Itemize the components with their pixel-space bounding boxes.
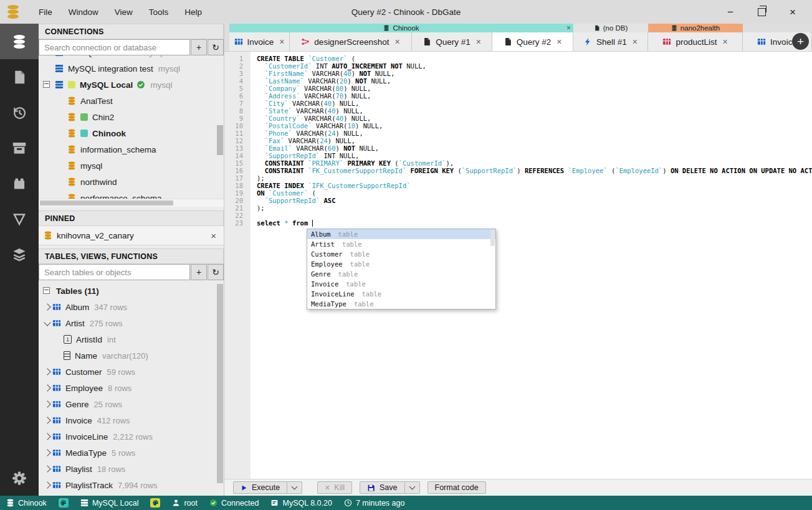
table-item-mediatype[interactable]: MediaType5 rows bbox=[39, 445, 224, 461]
connections-hscrollbar[interactable] bbox=[39, 199, 224, 207]
autocomplete-item-invoiceline[interactable]: InvoiceLinetable bbox=[307, 289, 495, 299]
menu-item-file[interactable]: File bbox=[31, 5, 60, 19]
kill-button[interactable]: ×Kill bbox=[317, 481, 352, 494]
connections-search-row: + ↻ bbox=[39, 39, 224, 55]
restore-icon[interactable] bbox=[756, 6, 767, 17]
add-connection-button[interactable]: + bbox=[191, 39, 207, 55]
connection-item-mysql-integration-test[interactable]: MySQL integration testmysql bbox=[39, 60, 224, 77]
status-color-badge[interactable] bbox=[59, 498, 69, 508]
refresh-tables-icon[interactable]: ↻ bbox=[208, 264, 224, 280]
tab-group-chinook[interactable]: Chinook× bbox=[229, 24, 573, 32]
activity-filter-button[interactable] bbox=[0, 201, 39, 237]
tables-vscrollbar[interactable] bbox=[217, 284, 223, 483]
autocomplete-item-employee[interactable]: Employeetable bbox=[307, 259, 495, 269]
close-icon[interactable]: × bbox=[787, 6, 798, 17]
tables-search-input[interactable] bbox=[39, 264, 190, 280]
database-item-performance-schema[interactable]: performance_schema bbox=[39, 190, 224, 199]
connections-search-input[interactable] bbox=[39, 39, 190, 55]
status-color-badge[interactable] bbox=[150, 498, 160, 508]
chevron-down-icon[interactable] bbox=[44, 319, 50, 326]
activity-layers-button[interactable] bbox=[0, 237, 39, 272]
connections-list: MYSQL WD TESTmysqlMySQL integration test… bbox=[39, 55, 224, 199]
activity-settings-button[interactable] bbox=[0, 460, 39, 496]
autocomplete-item-artist[interactable]: Artisttable bbox=[307, 239, 495, 249]
tab-invoice[interactable]: Invoice× bbox=[229, 32, 290, 51]
menu-item-view[interactable]: View bbox=[107, 5, 141, 19]
column-item-artistid[interactable]: 1ArtistIdint bbox=[39, 331, 224, 347]
chevron-right-icon[interactable] bbox=[44, 417, 50, 423]
tab-close-icon[interactable]: × bbox=[722, 37, 727, 47]
tab-close-icon[interactable]: × bbox=[279, 37, 284, 47]
activity-plugins-button[interactable] bbox=[0, 166, 39, 201]
table-item-genre[interactable]: Genre25 rows bbox=[39, 396, 224, 412]
menu-item-help[interactable]: Help bbox=[176, 5, 210, 19]
tab-close-icon[interactable]: × bbox=[394, 37, 399, 47]
autocomplete-scrollbar[interactable] bbox=[490, 230, 495, 246]
table-item-playlisttrack[interactable]: PlaylistTrack7,994 rows bbox=[39, 477, 224, 493]
database-item-mysql[interactable]: mysql bbox=[39, 158, 224, 174]
new-tab-button[interactable]: + bbox=[792, 33, 809, 50]
autocomplete-item-album[interactable]: Albumtable bbox=[307, 229, 495, 239]
activity-file-button[interactable] bbox=[0, 59, 39, 95]
autocomplete-item-invoice[interactable]: Invoicetable bbox=[307, 279, 495, 289]
database-item-analtest[interactable]: AnalTest bbox=[39, 93, 224, 109]
column-item-name[interactable]: Namevarchar(120) bbox=[39, 347, 224, 364]
connection-item-mysql-wd-test[interactable]: MYSQL WD TESTmysql bbox=[39, 55, 224, 60]
autocomplete-item-mediatype[interactable]: MediaTypetable bbox=[307, 299, 495, 309]
chevron-right-icon[interactable] bbox=[44, 384, 50, 391]
table-item-invoice[interactable]: Invoice412 rows bbox=[39, 412, 224, 428]
sql-editor[interactable]: 1CREATE TABLE `Customer` (2 `CustomerId`… bbox=[224, 52, 812, 479]
tab-query-2[interactable]: Query #2× bbox=[492, 32, 573, 51]
database-item-chin2[interactable]: Chin2 bbox=[39, 109, 224, 125]
activity-history-button[interactable] bbox=[0, 95, 39, 130]
tab-close-icon[interactable]: × bbox=[476, 37, 481, 47]
chevron-right-icon[interactable] bbox=[44, 368, 50, 375]
table-item-album[interactable]: Album347 rows bbox=[39, 299, 224, 315]
tab-group-close-icon[interactable]: × bbox=[566, 24, 571, 32]
table-item-artist[interactable]: Artist275 rows bbox=[39, 315, 224, 331]
tab-shell-1[interactable]: Shell #1× bbox=[573, 32, 648, 51]
collapse-toggle-icon[interactable] bbox=[43, 81, 50, 88]
format-code-button[interactable]: Format code bbox=[427, 481, 486, 494]
tab-group-nano2health[interactable]: nano2health bbox=[648, 24, 743, 32]
chevron-right-icon[interactable] bbox=[44, 303, 50, 310]
autocomplete-item-customer[interactable]: Customertable bbox=[307, 249, 495, 259]
database-item-information-schema[interactable]: information_schema bbox=[39, 141, 224, 158]
table-item-employee[interactable]: Employee8 rows bbox=[39, 380, 224, 396]
chevron-right-icon[interactable] bbox=[44, 481, 50, 488]
tab-query-1[interactable]: Query #1× bbox=[412, 32, 492, 51]
menu-item-window[interactable]: Window bbox=[60, 5, 107, 19]
execute-dropdown-button[interactable] bbox=[287, 481, 302, 494]
save-button[interactable]: Save bbox=[360, 481, 405, 494]
unpin-close-icon[interactable]: × bbox=[208, 230, 219, 241]
chevron-right-icon[interactable] bbox=[44, 433, 50, 440]
chevron-right-icon[interactable] bbox=[44, 449, 50, 456]
chevron-right-icon[interactable] bbox=[44, 400, 50, 407]
autocomplete-item-genre[interactable]: Genretable bbox=[307, 269, 495, 279]
database-item-northwind[interactable]: northwind bbox=[39, 174, 224, 190]
tab-designerscreenshot[interactable]: designerScreenshot× bbox=[290, 32, 412, 51]
save-dropdown-button[interactable] bbox=[405, 481, 420, 494]
collapse-toggle-icon[interactable] bbox=[43, 287, 50, 294]
tab-productlist[interactable]: productList× bbox=[648, 32, 743, 51]
table-item-playlist[interactable]: Playlist18 rows bbox=[39, 461, 224, 477]
execute-button[interactable]: Execute bbox=[233, 481, 287, 494]
connection-item-mysql-local[interactable]: MySQL Localmysql bbox=[39, 77, 224, 93]
menu-item-tools[interactable]: Tools bbox=[141, 5, 177, 19]
database-item-chinook[interactable]: Chinook bbox=[39, 125, 224, 141]
pinned-item-knihovna-v2-canary[interactable]: knihovna_v2_canary× bbox=[39, 226, 224, 245]
tab-close-icon[interactable]: × bbox=[556, 37, 561, 47]
activity-database-button[interactable] bbox=[0, 24, 39, 59]
add-table-button[interactable]: + bbox=[191, 264, 207, 280]
tree-root-tables[interactable]: Tables (11) bbox=[39, 283, 224, 299]
chevron-right-icon[interactable] bbox=[44, 465, 50, 472]
table-item-invoiceline[interactable]: InvoiceLine2,212 rows bbox=[39, 428, 224, 445]
tab-close-icon[interactable]: × bbox=[633, 37, 638, 47]
tab-group-no-db[interactable]: (no DB) bbox=[573, 24, 648, 32]
refresh-connections-icon[interactable]: ↻ bbox=[208, 39, 224, 55]
minimize-icon[interactable]: − bbox=[725, 6, 736, 17]
activity-archive-button[interactable] bbox=[0, 130, 39, 166]
connections-vscrollbar[interactable] bbox=[217, 125, 223, 155]
table-item-customer[interactable]: Customer59 rows bbox=[39, 364, 224, 380]
status-connected: Connected bbox=[209, 499, 259, 508]
